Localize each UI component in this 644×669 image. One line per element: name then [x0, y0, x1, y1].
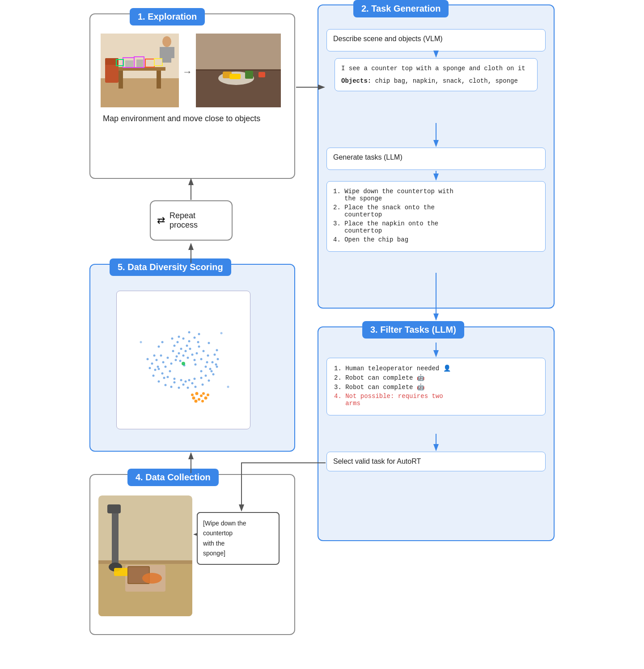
- data-diversity-label: 5. Data Diversity Scoring: [110, 258, 231, 276]
- svg-point-28: [182, 355, 185, 357]
- svg-point-66: [200, 377, 203, 379]
- svg-rect-25: [245, 71, 253, 79]
- svg-point-104: [195, 386, 197, 388]
- svg-point-59: [160, 355, 162, 357]
- svg-point-108: [216, 366, 218, 368]
- svg-point-37: [194, 359, 196, 361]
- filter-tasks-label: 3. Filter Tasks (LLM): [362, 321, 464, 339]
- describe-scene-label: Describe scene and objects (VLM): [333, 35, 443, 42]
- svg-point-112: [198, 398, 200, 401]
- svg-rect-22: [196, 34, 281, 69]
- svg-point-67: [174, 378, 176, 380]
- svg-point-100: [165, 384, 167, 386]
- svg-point-133: [142, 573, 162, 584]
- repeat-label: Repeat process: [169, 211, 225, 230]
- svg-rect-127: [107, 504, 121, 513]
- task-item-1: 1. Wipe down the countertop with the spo…: [333, 188, 539, 202]
- exploration-label: 1. Exploration: [130, 8, 205, 25]
- svg-point-122: [220, 332, 223, 334]
- svg-point-87: [215, 364, 217, 366]
- svg-point-93: [208, 342, 210, 344]
- svg-point-89: [161, 341, 164, 343]
- svg-point-58: [197, 341, 199, 343]
- svg-point-119: [182, 362, 185, 365]
- svg-point-15: [162, 36, 171, 47]
- svg-point-82: [191, 382, 194, 385]
- svg-point-90: [178, 336, 180, 338]
- svg-point-111: [192, 397, 195, 400]
- filter-items: 1. Human teleoperator needed 👤 2. Robot …: [334, 364, 538, 407]
- svg-point-107: [212, 373, 215, 376]
- select-task-box: Select valid task for AutoRT: [326, 452, 546, 471]
- svg-point-61: [158, 368, 160, 370]
- objects-text: chip bag, napkin, snack, cloth, sponge: [375, 77, 518, 85]
- svg-point-99: [158, 381, 160, 383]
- svg-point-29: [185, 350, 187, 352]
- svg-point-91: [188, 331, 191, 334]
- svg-point-71: [185, 381, 187, 383]
- task-item-4: 4. Open the chip bag: [333, 236, 539, 243]
- svg-point-105: [202, 384, 204, 386]
- scatter-plot: [116, 291, 250, 429]
- svg-point-35: [175, 359, 177, 361]
- svg-point-97: [149, 367, 151, 369]
- svg-point-52: [169, 370, 171, 373]
- svg-point-57: [177, 341, 179, 343]
- task-list: 1. Wipe down the countertop with the spo…: [333, 188, 539, 243]
- svg-point-103: [187, 387, 189, 389]
- svg-point-102: [178, 387, 180, 389]
- svg-point-98: [153, 375, 155, 377]
- generate-tasks-label: Generate tasks (LLM): [333, 153, 402, 161]
- svg-point-33: [189, 348, 191, 350]
- tasks-list-box: 1. Wipe down the countertop with the spo…: [326, 181, 546, 252]
- svg-point-118: [207, 394, 209, 396]
- svg-point-34: [191, 354, 194, 356]
- svg-point-42: [186, 345, 188, 347]
- svg-point-73: [182, 338, 185, 340]
- svg-point-114: [204, 397, 208, 400]
- svg-point-86: [151, 363, 153, 365]
- svg-point-69: [180, 379, 182, 381]
- svg-point-120: [140, 341, 142, 343]
- select-task-label: Select valid task for AutoRT: [333, 457, 421, 465]
- svg-point-32: [178, 352, 180, 355]
- filter-item-1: 1. Human teleoperator needed 👤: [334, 364, 538, 372]
- svg-point-84: [153, 355, 156, 357]
- svg-point-62: [209, 368, 212, 370]
- task-item-2: 2. Place the snack onto the countertop: [333, 204, 539, 218]
- svg-point-77: [157, 366, 159, 368]
- repeat-box: ⇄ Repeat process: [150, 200, 233, 241]
- objects-line: Objects: chip bag, napkin, snack, cloth,…: [341, 77, 531, 85]
- svg-point-36: [176, 356, 178, 358]
- scene-text: I see a counter top with a sponge and cl…: [341, 65, 531, 72]
- exploration-arrow: →: [182, 66, 192, 78]
- svg-point-96: [147, 358, 149, 360]
- svg-point-113: [202, 392, 205, 395]
- svg-rect-18: [170, 47, 174, 58]
- filter-list-box: 1. Human teleoperator needed 👤 2. Robot …: [326, 358, 546, 415]
- svg-point-31: [187, 357, 189, 359]
- svg-rect-4: [119, 71, 123, 89]
- svg-rect-27: [229, 74, 241, 79]
- svg-point-78: [163, 377, 165, 379]
- svg-point-39: [198, 346, 200, 348]
- svg-rect-5: [157, 71, 161, 89]
- svg-point-115: [191, 394, 194, 396]
- exploration-photo-2: [196, 34, 281, 107]
- svg-point-101: [170, 386, 173, 388]
- svg-point-30: [180, 348, 182, 350]
- svg-point-45: [196, 352, 198, 355]
- svg-rect-8: [125, 60, 133, 67]
- repeat-icon: ⇄: [157, 215, 165, 226]
- describe-scene-box: Describe scene and objects (VLM): [326, 29, 546, 51]
- svg-point-65: [167, 376, 169, 378]
- svg-point-50: [165, 366, 167, 368]
- svg-point-74: [194, 337, 196, 339]
- svg-point-68: [194, 378, 196, 380]
- svg-point-53: [200, 370, 203, 373]
- exploration-photo-1: [101, 34, 179, 107]
- svg-point-40: [195, 364, 197, 366]
- svg-point-54: [162, 361, 165, 364]
- svg-point-55: [206, 361, 208, 364]
- svg-point-43: [179, 360, 182, 362]
